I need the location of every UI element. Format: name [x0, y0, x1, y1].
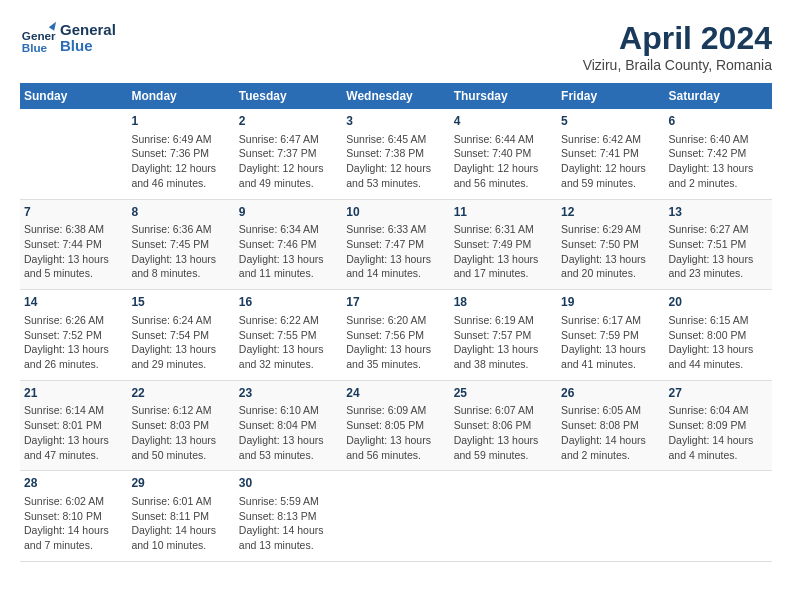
calendar-cell: 10Sunrise: 6:33 AM Sunset: 7:47 PM Dayli…: [342, 199, 449, 290]
calendar-cell: 3Sunrise: 6:45 AM Sunset: 7:38 PM Daylig…: [342, 109, 449, 199]
calendar-cell: 26Sunrise: 6:05 AM Sunset: 8:08 PM Dayli…: [557, 380, 664, 471]
day-number: 12: [561, 204, 660, 221]
header-row: SundayMondayTuesdayWednesdayThursdayFrid…: [20, 83, 772, 109]
day-number: 24: [346, 385, 445, 402]
calendar-cell: [665, 471, 772, 562]
calendar-cell: [342, 471, 449, 562]
calendar-cell: [20, 109, 127, 199]
day-info: Sunrise: 6:02 AM Sunset: 8:10 PM Dayligh…: [24, 494, 123, 553]
subtitle: Viziru, Braila County, Romania: [583, 57, 772, 73]
calendar-cell: 27Sunrise: 6:04 AM Sunset: 8:09 PM Dayli…: [665, 380, 772, 471]
calendar-cell: 16Sunrise: 6:22 AM Sunset: 7:55 PM Dayli…: [235, 290, 342, 381]
day-number: 11: [454, 204, 553, 221]
calendar-cell: [450, 471, 557, 562]
day-info: Sunrise: 6:01 AM Sunset: 8:11 PM Dayligh…: [131, 494, 230, 553]
day-number: 4: [454, 113, 553, 130]
day-number: 1: [131, 113, 230, 130]
day-info: Sunrise: 6:12 AM Sunset: 8:03 PM Dayligh…: [131, 403, 230, 462]
calendar-cell: 13Sunrise: 6:27 AM Sunset: 7:51 PM Dayli…: [665, 199, 772, 290]
header-cell-friday: Friday: [557, 83, 664, 109]
day-info: Sunrise: 6:07 AM Sunset: 8:06 PM Dayligh…: [454, 403, 553, 462]
calendar-cell: [557, 471, 664, 562]
calendar-cell: 8Sunrise: 6:36 AM Sunset: 7:45 PM Daylig…: [127, 199, 234, 290]
calendar-cell: 21Sunrise: 6:14 AM Sunset: 8:01 PM Dayli…: [20, 380, 127, 471]
header-cell-saturday: Saturday: [665, 83, 772, 109]
day-number: 16: [239, 294, 338, 311]
day-info: Sunrise: 6:31 AM Sunset: 7:49 PM Dayligh…: [454, 222, 553, 281]
calendar-cell: 12Sunrise: 6:29 AM Sunset: 7:50 PM Dayli…: [557, 199, 664, 290]
calendar-week-4: 21Sunrise: 6:14 AM Sunset: 8:01 PM Dayli…: [20, 380, 772, 471]
day-info: Sunrise: 6:47 AM Sunset: 7:37 PM Dayligh…: [239, 132, 338, 191]
calendar-table: SundayMondayTuesdayWednesdayThursdayFrid…: [20, 83, 772, 562]
day-info: Sunrise: 6:36 AM Sunset: 7:45 PM Dayligh…: [131, 222, 230, 281]
calendar-week-1: 1Sunrise: 6:49 AM Sunset: 7:36 PM Daylig…: [20, 109, 772, 199]
main-title: April 2024: [583, 20, 772, 57]
calendar-header: SundayMondayTuesdayWednesdayThursdayFrid…: [20, 83, 772, 109]
day-info: Sunrise: 6:33 AM Sunset: 7:47 PM Dayligh…: [346, 222, 445, 281]
calendar-cell: 24Sunrise: 6:09 AM Sunset: 8:05 PM Dayli…: [342, 380, 449, 471]
day-number: 21: [24, 385, 123, 402]
day-number: 23: [239, 385, 338, 402]
day-number: 27: [669, 385, 768, 402]
day-number: 14: [24, 294, 123, 311]
day-info: Sunrise: 6:34 AM Sunset: 7:46 PM Dayligh…: [239, 222, 338, 281]
logo-blue: Blue: [60, 38, 116, 55]
day-number: 26: [561, 385, 660, 402]
calendar-cell: 4Sunrise: 6:44 AM Sunset: 7:40 PM Daylig…: [450, 109, 557, 199]
day-info: Sunrise: 6:04 AM Sunset: 8:09 PM Dayligh…: [669, 403, 768, 462]
day-number: 2: [239, 113, 338, 130]
calendar-cell: 6Sunrise: 6:40 AM Sunset: 7:42 PM Daylig…: [665, 109, 772, 199]
day-info: Sunrise: 6:29 AM Sunset: 7:50 PM Dayligh…: [561, 222, 660, 281]
calendar-cell: 29Sunrise: 6:01 AM Sunset: 8:11 PM Dayli…: [127, 471, 234, 562]
day-info: Sunrise: 6:40 AM Sunset: 7:42 PM Dayligh…: [669, 132, 768, 191]
day-number: 18: [454, 294, 553, 311]
day-number: 22: [131, 385, 230, 402]
day-info: Sunrise: 6:20 AM Sunset: 7:56 PM Dayligh…: [346, 313, 445, 372]
calendar-cell: 5Sunrise: 6:42 AM Sunset: 7:41 PM Daylig…: [557, 109, 664, 199]
day-info: Sunrise: 6:49 AM Sunset: 7:36 PM Dayligh…: [131, 132, 230, 191]
logo: General Blue General Blue: [20, 20, 116, 56]
day-info: Sunrise: 6:15 AM Sunset: 8:00 PM Dayligh…: [669, 313, 768, 372]
day-number: 7: [24, 204, 123, 221]
day-number: 15: [131, 294, 230, 311]
day-number: 3: [346, 113, 445, 130]
calendar-cell: 23Sunrise: 6:10 AM Sunset: 8:04 PM Dayli…: [235, 380, 342, 471]
day-number: 20: [669, 294, 768, 311]
calendar-cell: 15Sunrise: 6:24 AM Sunset: 7:54 PM Dayli…: [127, 290, 234, 381]
svg-text:Blue: Blue: [22, 41, 48, 54]
day-info: Sunrise: 6:26 AM Sunset: 7:52 PM Dayligh…: [24, 313, 123, 372]
calendar-cell: 18Sunrise: 6:19 AM Sunset: 7:57 PM Dayli…: [450, 290, 557, 381]
day-number: 6: [669, 113, 768, 130]
calendar-cell: 22Sunrise: 6:12 AM Sunset: 8:03 PM Dayli…: [127, 380, 234, 471]
day-number: 19: [561, 294, 660, 311]
calendar-cell: 28Sunrise: 6:02 AM Sunset: 8:10 PM Dayli…: [20, 471, 127, 562]
calendar-week-5: 28Sunrise: 6:02 AM Sunset: 8:10 PM Dayli…: [20, 471, 772, 562]
day-info: Sunrise: 5:59 AM Sunset: 8:13 PM Dayligh…: [239, 494, 338, 553]
day-info: Sunrise: 6:14 AM Sunset: 8:01 PM Dayligh…: [24, 403, 123, 462]
day-info: Sunrise: 6:44 AM Sunset: 7:40 PM Dayligh…: [454, 132, 553, 191]
calendar-cell: 14Sunrise: 6:26 AM Sunset: 7:52 PM Dayli…: [20, 290, 127, 381]
day-info: Sunrise: 6:09 AM Sunset: 8:05 PM Dayligh…: [346, 403, 445, 462]
day-info: Sunrise: 6:19 AM Sunset: 7:57 PM Dayligh…: [454, 313, 553, 372]
calendar-body: 1Sunrise: 6:49 AM Sunset: 7:36 PM Daylig…: [20, 109, 772, 561]
svg-text:General: General: [22, 29, 56, 42]
day-number: 28: [24, 475, 123, 492]
header-cell-tuesday: Tuesday: [235, 83, 342, 109]
calendar-week-3: 14Sunrise: 6:26 AM Sunset: 7:52 PM Dayli…: [20, 290, 772, 381]
day-number: 9: [239, 204, 338, 221]
header-cell-thursday: Thursday: [450, 83, 557, 109]
day-number: 5: [561, 113, 660, 130]
calendar-cell: 7Sunrise: 6:38 AM Sunset: 7:44 PM Daylig…: [20, 199, 127, 290]
day-number: 17: [346, 294, 445, 311]
calendar-cell: 17Sunrise: 6:20 AM Sunset: 7:56 PM Dayli…: [342, 290, 449, 381]
day-info: Sunrise: 6:27 AM Sunset: 7:51 PM Dayligh…: [669, 222, 768, 281]
day-number: 29: [131, 475, 230, 492]
page-header: General Blue General Blue April 2024 Viz…: [20, 20, 772, 73]
logo-general: General: [60, 22, 116, 39]
day-info: Sunrise: 6:42 AM Sunset: 7:41 PM Dayligh…: [561, 132, 660, 191]
day-info: Sunrise: 6:24 AM Sunset: 7:54 PM Dayligh…: [131, 313, 230, 372]
header-cell-wednesday: Wednesday: [342, 83, 449, 109]
day-number: 10: [346, 204, 445, 221]
calendar-cell: 2Sunrise: 6:47 AM Sunset: 7:37 PM Daylig…: [235, 109, 342, 199]
header-cell-sunday: Sunday: [20, 83, 127, 109]
